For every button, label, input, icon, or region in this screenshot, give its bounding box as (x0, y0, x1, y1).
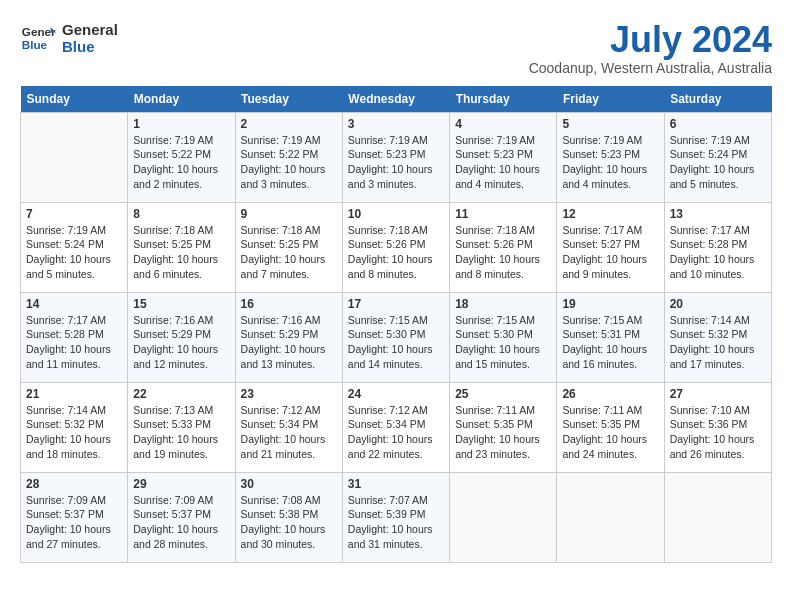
day-info: Sunrise: 7:19 AM Sunset: 5:24 PM Dayligh… (670, 133, 766, 192)
day-number: 14 (26, 297, 122, 311)
calendar-cell: 11Sunrise: 7:18 AM Sunset: 5:26 PM Dayli… (450, 202, 557, 292)
day-info: Sunrise: 7:11 AM Sunset: 5:35 PM Dayligh… (562, 403, 658, 462)
weekday-header-row: SundayMondayTuesdayWednesdayThursdayFrid… (21, 86, 772, 113)
calendar-cell (557, 472, 664, 562)
logo-blue: Blue (62, 38, 118, 55)
calendar-cell: 4Sunrise: 7:19 AM Sunset: 5:23 PM Daylig… (450, 112, 557, 202)
day-number: 17 (348, 297, 444, 311)
page-header: General Blue General Blue July 2024 Cood… (20, 20, 772, 76)
day-number: 13 (670, 207, 766, 221)
calendar-cell: 14Sunrise: 7:17 AM Sunset: 5:28 PM Dayli… (21, 292, 128, 382)
day-info: Sunrise: 7:15 AM Sunset: 5:30 PM Dayligh… (348, 313, 444, 372)
calendar-cell: 27Sunrise: 7:10 AM Sunset: 5:36 PM Dayli… (664, 382, 771, 472)
calendar-cell: 25Sunrise: 7:11 AM Sunset: 5:35 PM Dayli… (450, 382, 557, 472)
day-info: Sunrise: 7:11 AM Sunset: 5:35 PM Dayligh… (455, 403, 551, 462)
calendar-cell: 5Sunrise: 7:19 AM Sunset: 5:23 PM Daylig… (557, 112, 664, 202)
weekday-header: Wednesday (342, 86, 449, 113)
day-info: Sunrise: 7:17 AM Sunset: 5:27 PM Dayligh… (562, 223, 658, 282)
day-number: 24 (348, 387, 444, 401)
day-info: Sunrise: 7:19 AM Sunset: 5:22 PM Dayligh… (133, 133, 229, 192)
day-number: 29 (133, 477, 229, 491)
calendar-cell: 16Sunrise: 7:16 AM Sunset: 5:29 PM Dayli… (235, 292, 342, 382)
day-number: 20 (670, 297, 766, 311)
day-info: Sunrise: 7:19 AM Sunset: 5:23 PM Dayligh… (455, 133, 551, 192)
day-info: Sunrise: 7:17 AM Sunset: 5:28 PM Dayligh… (670, 223, 766, 282)
day-number: 23 (241, 387, 337, 401)
calendar-cell: 17Sunrise: 7:15 AM Sunset: 5:30 PM Dayli… (342, 292, 449, 382)
day-number: 18 (455, 297, 551, 311)
calendar-cell: 26Sunrise: 7:11 AM Sunset: 5:35 PM Dayli… (557, 382, 664, 472)
day-info: Sunrise: 7:08 AM Sunset: 5:38 PM Dayligh… (241, 493, 337, 552)
calendar-cell: 3Sunrise: 7:19 AM Sunset: 5:23 PM Daylig… (342, 112, 449, 202)
title-block: July 2024 Coodanup, Western Australia, A… (529, 20, 772, 76)
day-number: 4 (455, 117, 551, 131)
day-number: 21 (26, 387, 122, 401)
day-number: 9 (241, 207, 337, 221)
calendar-cell: 2Sunrise: 7:19 AM Sunset: 5:22 PM Daylig… (235, 112, 342, 202)
day-number: 11 (455, 207, 551, 221)
day-info: Sunrise: 7:12 AM Sunset: 5:34 PM Dayligh… (348, 403, 444, 462)
calendar-week-row: 14Sunrise: 7:17 AM Sunset: 5:28 PM Dayli… (21, 292, 772, 382)
calendar-cell: 13Sunrise: 7:17 AM Sunset: 5:28 PM Dayli… (664, 202, 771, 292)
weekday-header: Sunday (21, 86, 128, 113)
calendar-week-row: 1Sunrise: 7:19 AM Sunset: 5:22 PM Daylig… (21, 112, 772, 202)
calendar-cell: 10Sunrise: 7:18 AM Sunset: 5:26 PM Dayli… (342, 202, 449, 292)
day-number: 22 (133, 387, 229, 401)
day-info: Sunrise: 7:14 AM Sunset: 5:32 PM Dayligh… (26, 403, 122, 462)
day-info: Sunrise: 7:19 AM Sunset: 5:23 PM Dayligh… (562, 133, 658, 192)
calendar-cell (21, 112, 128, 202)
day-info: Sunrise: 7:18 AM Sunset: 5:26 PM Dayligh… (348, 223, 444, 282)
day-info: Sunrise: 7:17 AM Sunset: 5:28 PM Dayligh… (26, 313, 122, 372)
logo: General Blue General Blue (20, 20, 118, 56)
calendar-cell: 18Sunrise: 7:15 AM Sunset: 5:30 PM Dayli… (450, 292, 557, 382)
day-number: 5 (562, 117, 658, 131)
day-number: 6 (670, 117, 766, 131)
day-info: Sunrise: 7:18 AM Sunset: 5:25 PM Dayligh… (133, 223, 229, 282)
day-number: 7 (26, 207, 122, 221)
month-title: July 2024 (529, 20, 772, 60)
day-number: 15 (133, 297, 229, 311)
calendar-cell: 8Sunrise: 7:18 AM Sunset: 5:25 PM Daylig… (128, 202, 235, 292)
calendar-cell: 9Sunrise: 7:18 AM Sunset: 5:25 PM Daylig… (235, 202, 342, 292)
calendar-table: SundayMondayTuesdayWednesdayThursdayFrid… (20, 86, 772, 563)
day-info: Sunrise: 7:19 AM Sunset: 5:24 PM Dayligh… (26, 223, 122, 282)
day-number: 12 (562, 207, 658, 221)
day-number: 28 (26, 477, 122, 491)
day-info: Sunrise: 7:12 AM Sunset: 5:34 PM Dayligh… (241, 403, 337, 462)
day-info: Sunrise: 7:16 AM Sunset: 5:29 PM Dayligh… (241, 313, 337, 372)
day-info: Sunrise: 7:16 AM Sunset: 5:29 PM Dayligh… (133, 313, 229, 372)
calendar-cell: 7Sunrise: 7:19 AM Sunset: 5:24 PM Daylig… (21, 202, 128, 292)
day-info: Sunrise: 7:07 AM Sunset: 5:39 PM Dayligh… (348, 493, 444, 552)
day-number: 27 (670, 387, 766, 401)
day-info: Sunrise: 7:09 AM Sunset: 5:37 PM Dayligh… (133, 493, 229, 552)
day-info: Sunrise: 7:18 AM Sunset: 5:25 PM Dayligh… (241, 223, 337, 282)
day-number: 31 (348, 477, 444, 491)
day-info: Sunrise: 7:13 AM Sunset: 5:33 PM Dayligh… (133, 403, 229, 462)
svg-text:Blue: Blue (22, 38, 48, 51)
weekday-header: Friday (557, 86, 664, 113)
day-number: 10 (348, 207, 444, 221)
day-number: 19 (562, 297, 658, 311)
day-info: Sunrise: 7:15 AM Sunset: 5:31 PM Dayligh… (562, 313, 658, 372)
calendar-cell: 6Sunrise: 7:19 AM Sunset: 5:24 PM Daylig… (664, 112, 771, 202)
calendar-cell: 22Sunrise: 7:13 AM Sunset: 5:33 PM Dayli… (128, 382, 235, 472)
calendar-cell: 30Sunrise: 7:08 AM Sunset: 5:38 PM Dayli… (235, 472, 342, 562)
day-info: Sunrise: 7:09 AM Sunset: 5:37 PM Dayligh… (26, 493, 122, 552)
calendar-cell: 12Sunrise: 7:17 AM Sunset: 5:27 PM Dayli… (557, 202, 664, 292)
day-info: Sunrise: 7:15 AM Sunset: 5:30 PM Dayligh… (455, 313, 551, 372)
weekday-header: Tuesday (235, 86, 342, 113)
day-info: Sunrise: 7:14 AM Sunset: 5:32 PM Dayligh… (670, 313, 766, 372)
calendar-cell: 15Sunrise: 7:16 AM Sunset: 5:29 PM Dayli… (128, 292, 235, 382)
weekday-header: Saturday (664, 86, 771, 113)
calendar-cell: 1Sunrise: 7:19 AM Sunset: 5:22 PM Daylig… (128, 112, 235, 202)
day-number: 25 (455, 387, 551, 401)
day-info: Sunrise: 7:19 AM Sunset: 5:22 PM Dayligh… (241, 133, 337, 192)
logo-icon: General Blue (20, 20, 56, 56)
day-info: Sunrise: 7:10 AM Sunset: 5:36 PM Dayligh… (670, 403, 766, 462)
calendar-cell: 20Sunrise: 7:14 AM Sunset: 5:32 PM Dayli… (664, 292, 771, 382)
day-info: Sunrise: 7:18 AM Sunset: 5:26 PM Dayligh… (455, 223, 551, 282)
day-number: 1 (133, 117, 229, 131)
day-number: 8 (133, 207, 229, 221)
day-number: 16 (241, 297, 337, 311)
calendar-week-row: 21Sunrise: 7:14 AM Sunset: 5:32 PM Dayli… (21, 382, 772, 472)
